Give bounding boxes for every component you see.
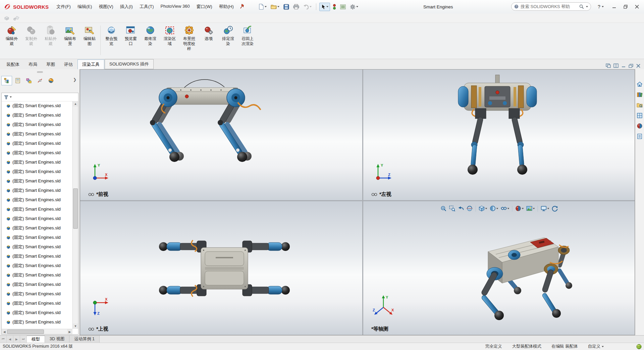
- new-document-button[interactable]: [257, 3, 268, 11]
- status-custom-dropdown[interactable]: 自定义: [588, 344, 604, 349]
- menu-window[interactable]: 窗口(W): [194, 2, 215, 11]
- recall-last-render-button[interactable]: 召回上次渲染: [238, 23, 257, 46]
- tree-item[interactable]: (固定) Smart Engines.sld: [2, 167, 72, 176]
- maximize-button[interactable]: [620, 2, 631, 12]
- help-search-box[interactable]: ? 搜索 SOLIDWORKS 帮助: [511, 2, 591, 11]
- list-view-button[interactable]: [339, 3, 347, 10]
- dropdown-caret[interactable]: [326, 6, 328, 7]
- viewport-top[interactable]: X Z *上视: [80, 201, 362, 335]
- schedule-render-button[interactable]: 排定渲染: [218, 23, 238, 46]
- panel-expand-chevron[interactable]: ❯: [73, 77, 76, 82]
- tree-item[interactable]: (固定) Smart Engines.sld: [2, 139, 72, 148]
- tab-render-tools[interactable]: 渲染工具: [77, 59, 104, 69]
- pin-icon[interactable]: [240, 4, 245, 10]
- dropdown-caret[interactable]: [265, 6, 267, 7]
- tab-3d-views[interactable]: 3D 视图: [45, 336, 69, 343]
- apply-scene-icon[interactable]: [525, 205, 535, 212]
- section-view-icon[interactable]: [466, 205, 473, 212]
- minimize-button[interactable]: [608, 2, 620, 12]
- tab-sketch[interactable]: 草图: [42, 60, 59, 69]
- featuremanager-tree-tab[interactable]: [1, 76, 12, 85]
- previous-view-icon[interactable]: [457, 205, 465, 212]
- edit-scene-button[interactable]: 编辑布景: [60, 23, 80, 46]
- zoom-area-icon[interactable]: [448, 205, 456, 212]
- help-button[interactable]: ?: [598, 4, 600, 9]
- tree-item[interactable]: (固定) Smart Engines.sld: [2, 195, 72, 205]
- search-options-caret[interactable]: [586, 6, 588, 7]
- rotate-view-icon[interactable]: [551, 205, 558, 212]
- tree-item[interactable]: (固定) Smart Engines.sld: [2, 233, 72, 242]
- new-window-icon[interactable]: [606, 63, 611, 68]
- home-icon[interactable]: [637, 81, 643, 87]
- tab-nav-first[interactable]: ⏮: [0, 336, 7, 343]
- display-style-icon[interactable]: [489, 205, 499, 212]
- scroll-up-arrow[interactable]: ▲: [73, 101, 78, 106]
- menu-help[interactable]: 帮助(H): [216, 2, 237, 11]
- custom-properties-icon[interactable]: [637, 133, 643, 139]
- tree-item[interactable]: (固定) Smart Engines.sld: [2, 158, 72, 167]
- robot-model-isometric-view[interactable]: [363, 201, 635, 335]
- tree-item[interactable]: (固定) Smart Engines.sld: [2, 214, 72, 223]
- robot-model-front-view[interactable]: [80, 70, 362, 200]
- integrated-preview-button[interactable]: 整合预览: [102, 23, 121, 46]
- tree-item[interactable]: (固定) Smart Engines.sld: [2, 176, 72, 186]
- view-orientation-icon[interactable]: [478, 205, 488, 212]
- viewport-vertical-splitter[interactable]: [362, 70, 363, 335]
- zoom-fit-icon[interactable]: [439, 205, 447, 212]
- tree-item[interactable]: (固定) Smart Engines.sld: [2, 280, 72, 289]
- tree-item[interactable]: (固定) Smart Engines.sld: [2, 129, 72, 139]
- file-explorer-icon[interactable]: [637, 102, 643, 108]
- scroll-down-arrow[interactable]: ▼: [73, 323, 78, 329]
- dropdown-caret[interactable]: [602, 346, 604, 347]
- tab-layout[interactable]: 布局: [24, 60, 42, 69]
- final-render-button[interactable]: 最终渲染: [141, 23, 160, 46]
- paste-appearance-button[interactable]: 粘贴外观: [41, 23, 60, 46]
- tree-item[interactable]: (固定) Smart Engines.sld: [2, 261, 72, 270]
- preview-window-button[interactable]: 预览窗口: [121, 23, 141, 46]
- tab-assembly[interactable]: 装配体: [2, 60, 24, 69]
- open-button[interactable]: [269, 3, 281, 10]
- tab-nav-next[interactable]: ▶: [13, 336, 20, 343]
- propertymanager-tab[interactable]: [12, 76, 23, 85]
- minimize-document-icon[interactable]: [621, 64, 626, 68]
- tree-item[interactable]: (固定) Smart Engines.sld: [2, 186, 72, 195]
- dropdown-caret[interactable]: [533, 208, 535, 209]
- dropdown-caret[interactable]: [547, 208, 549, 209]
- tree-item[interactable]: (固定) Smart Engines.sld: [2, 299, 72, 308]
- edit-decal-button[interactable]: 编辑贴图: [80, 23, 99, 46]
- edit-appearance-button[interactable]: 编辑外观: [2, 23, 21, 46]
- appearances-icon[interactable]: [637, 123, 643, 129]
- tree-item[interactable]: (固定) Smart Engines.sld: [2, 111, 72, 120]
- tree-item[interactable]: (固定) Smart Engines.sld: [2, 101, 72, 111]
- robot-model-left-view[interactable]: [363, 70, 635, 200]
- tab-motion-study[interactable]: 运动算例 1: [69, 336, 99, 343]
- tab-solidworks-addins[interactable]: SOLIDWORKS 插件: [105, 59, 154, 69]
- menu-edit[interactable]: 编辑(E): [74, 2, 95, 11]
- menu-view[interactable]: 视图(V): [96, 2, 116, 11]
- assembly-tool-icon[interactable]: [3, 15, 10, 21]
- tile-windows-icon[interactable]: [613, 63, 619, 68]
- tab-model[interactable]: 模型: [27, 336, 45, 343]
- tree-item[interactable]: (固定) Smart Engines.sld: [2, 308, 72, 317]
- restore-document-icon[interactable]: [629, 64, 633, 68]
- tree-item[interactable]: (固定) Smart Engines.sld: [2, 242, 72, 252]
- design-library-icon[interactable]: [637, 92, 643, 98]
- filter-caret[interactable]: [10, 96, 12, 98]
- menu-tools[interactable]: 工具(T): [137, 2, 157, 11]
- displaymanager-tab[interactable]: [46, 76, 56, 85]
- tree-item[interactable]: (固定) Smart Engines.sld: [2, 148, 72, 158]
- scene-illumination-proof-button[interactable]: 布景照明度校样: [179, 23, 199, 51]
- close-button[interactable]: [631, 2, 643, 12]
- tree-item[interactable]: (固定) Smart Engines.sld: [2, 289, 72, 299]
- dimxpertmanager-tab[interactable]: [35, 76, 45, 85]
- hide-show-items-icon[interactable]: [500, 205, 510, 212]
- menu-photoview360[interactable]: PhotoView 360: [158, 2, 193, 11]
- close-document-icon[interactable]: [636, 64, 641, 68]
- tab-nav-last[interactable]: ⏭: [20, 336, 27, 343]
- render-region-button[interactable]: 渲染区域: [160, 23, 179, 46]
- robot-model-top-view[interactable]: [80, 201, 362, 335]
- component-state-button[interactable]: [331, 3, 337, 11]
- vertical-scroll-thumb[interactable]: [73, 188, 78, 229]
- copy-appearance-button[interactable]: 复制外观: [21, 23, 41, 46]
- viewport-left[interactable]: Y Z *左视: [363, 70, 635, 200]
